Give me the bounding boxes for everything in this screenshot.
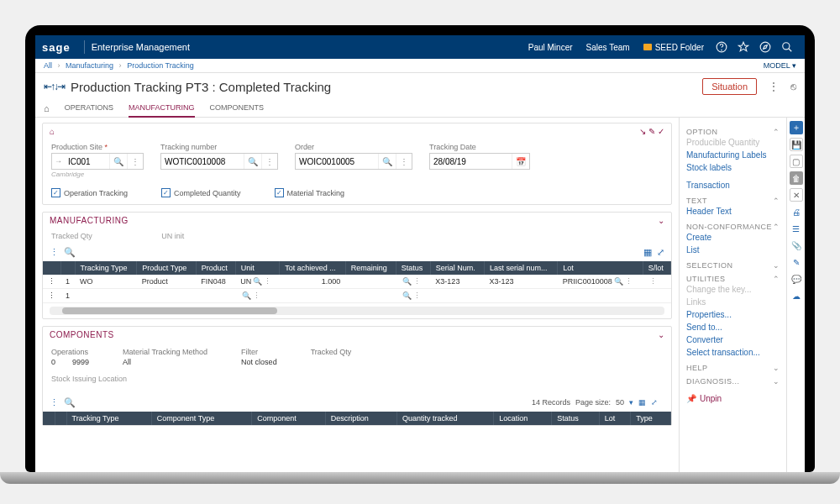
item-stock-labels[interactable]: Stock labels bbox=[686, 161, 780, 174]
table-row[interactable]: ⋮ 1 WO Product FIN048 UN🔍⋮ 1.000 🔍⋮ X3-1… bbox=[43, 275, 671, 289]
item-header-text[interactable]: Header Text bbox=[686, 205, 780, 218]
h-scrollbar[interactable] bbox=[50, 307, 664, 315]
crumb-all[interactable]: All bbox=[44, 61, 52, 70]
menu-icon[interactable]: ⋮ bbox=[127, 154, 143, 169]
col-status[interactable]: Status bbox=[396, 261, 430, 275]
more-icon[interactable]: ⋮ bbox=[769, 81, 779, 92]
grid-search-icon[interactable]: 🔍 bbox=[64, 247, 76, 258]
grid-card-icon[interactable]: ▦ bbox=[638, 398, 646, 407]
grid-more-icon[interactable]: ⋮ bbox=[50, 397, 59, 408]
col-slot[interactable]: S/lot bbox=[643, 261, 670, 275]
item-mfg-labels[interactable]: Manufacturing Labels bbox=[686, 149, 780, 161]
col-tot[interactable]: Tot achieved ... bbox=[280, 261, 346, 275]
item-send-to[interactable]: Send to... bbox=[686, 321, 780, 333]
tab-manufacturing[interactable]: MANUFACTURING bbox=[129, 100, 195, 117]
chevron-down-icon[interactable]: ⌄ bbox=[773, 261, 780, 270]
home-small-icon[interactable]: ⌂ bbox=[50, 127, 55, 136]
tracked-qty-label: Tracked Qty bbox=[311, 348, 352, 356]
order-input[interactable]: 🔍 ⋮ bbox=[295, 153, 412, 170]
search-icon[interactable] bbox=[780, 40, 794, 54]
col-lot[interactable]: Lot bbox=[558, 261, 643, 275]
nav-arrows-icon[interactable]: ⇤↑↓⇥ bbox=[44, 81, 64, 92]
chevron-up-icon[interactable]: ⌃ bbox=[773, 275, 780, 283]
cloud-icon[interactable]: ☁ bbox=[790, 289, 803, 302]
crumb-l2[interactable]: Production Tracking bbox=[127, 61, 194, 70]
col-product-type[interactable]: Product Type bbox=[137, 261, 196, 275]
col-remaining[interactable]: Remaining bbox=[345, 261, 396, 275]
grid-card-icon[interactable]: ▦ bbox=[643, 247, 652, 258]
compass-icon[interactable] bbox=[759, 40, 772, 54]
chk-op-tracking[interactable]: ✓Operation Tracking bbox=[51, 188, 128, 197]
chevron-up-icon[interactable]: ⌃ bbox=[773, 128, 780, 136]
new-icon[interactable]: ▢ bbox=[790, 155, 803, 168]
col-serial[interactable]: Serial Num. bbox=[430, 261, 484, 275]
chk-material-tracking[interactable]: ✓Material Tracking bbox=[275, 188, 345, 197]
list-icon[interactable]: ☰ bbox=[790, 222, 803, 235]
grid-more-icon[interactable]: ⋮ bbox=[50, 247, 59, 258]
collapse-icon[interactable]: ⌄ bbox=[658, 216, 664, 225]
collapse-icon[interactable]: ⌄ bbox=[658, 330, 664, 339]
col-last-serial[interactable]: Last serial num... bbox=[485, 261, 558, 275]
menu-icon[interactable]: ⋮ bbox=[396, 154, 412, 169]
item-create[interactable]: Create bbox=[686, 231, 780, 244]
calendar-icon[interactable]: 📅 bbox=[512, 154, 529, 169]
exit-icon[interactable]: ⎋ bbox=[790, 81, 796, 92]
pager-dropdown-icon[interactable]: ▾ bbox=[629, 398, 633, 407]
filter-label: Filter bbox=[241, 348, 277, 356]
lookup-icon[interactable]: 🔍 bbox=[402, 277, 412, 286]
attach-icon[interactable]: 📎 bbox=[790, 239, 803, 252]
pager-size[interactable]: 50 bbox=[616, 398, 624, 407]
lookup-icon[interactable]: 🔍 bbox=[253, 277, 262, 286]
table-row[interactable]: ⋮ 1 🔍⋮ 🔍⋮ bbox=[43, 289, 671, 303]
item-properties[interactable]: Properties... bbox=[686, 308, 780, 321]
lookup-icon[interactable]: 🔍 bbox=[614, 277, 623, 286]
chk-completed-qty[interactable]: ✓Completed Quantity bbox=[161, 188, 241, 197]
edit-icon[interactable]: ✎ bbox=[790, 255, 803, 269]
lookup-icon[interactable]: 🔍 bbox=[402, 291, 412, 300]
col-tracking-type[interactable]: Tracking Type bbox=[75, 261, 137, 275]
item-transaction[interactable]: Transaction bbox=[686, 179, 780, 192]
cancel-icon[interactable]: ✕ bbox=[790, 188, 803, 202]
grid-expand-icon[interactable]: ⤢ bbox=[657, 247, 664, 258]
grid-expand-icon[interactable]: ⤢ bbox=[651, 398, 658, 407]
lookup-icon[interactable]: 🔍 bbox=[109, 154, 127, 169]
chevron-up-icon[interactable]: ⌃ bbox=[773, 223, 780, 231]
item-list[interactable]: List bbox=[686, 244, 780, 256]
item-links: Links bbox=[686, 296, 780, 308]
comment-icon[interactable]: 💬 bbox=[790, 272, 803, 286]
folder-link[interactable]: SEED Folder bbox=[643, 43, 704, 52]
lookup-icon[interactable]: 🔍 bbox=[244, 154, 261, 169]
chevron-down-icon[interactable]: ⌄ bbox=[773, 364, 780, 372]
date-input[interactable]: 📅 bbox=[429, 153, 530, 170]
save-icon[interactable]: 💾 bbox=[790, 138, 803, 151]
team-link[interactable]: Sales Team bbox=[586, 43, 630, 52]
col-unit[interactable]: Unit bbox=[235, 261, 279, 275]
crumb-l1[interactable]: Manufacturing bbox=[66, 61, 113, 70]
col-product[interactable]: Product bbox=[196, 261, 235, 275]
prod-site-input[interactable]: → 🔍 ⋮ bbox=[51, 153, 144, 170]
tab-home[interactable]: ⌂ bbox=[44, 100, 50, 117]
grid-search-icon[interactable]: 🔍 bbox=[64, 397, 76, 408]
chevron-up-icon[interactable]: ⌃ bbox=[773, 197, 780, 205]
situation-button[interactable]: Situation bbox=[702, 78, 757, 95]
track-no-input[interactable]: 🔍 ⋮ bbox=[160, 153, 278, 170]
model-link[interactable]: MODEL ▾ bbox=[764, 61, 796, 70]
item-converter[interactable]: Converter bbox=[686, 333, 780, 346]
lookup-icon[interactable]: 🔍 bbox=[378, 154, 396, 169]
mfg-panel-title: MANUFACTURING bbox=[50, 216, 658, 225]
unpin-button[interactable]: 📌Unpin bbox=[686, 394, 780, 403]
user-link[interactable]: Paul Mincer bbox=[528, 43, 573, 52]
panel-action-icons[interactable]: ↘ ✎ ✓ bbox=[639, 127, 664, 136]
stock-loc-label: Stock Issuing Location bbox=[43, 371, 671, 393]
tab-components[interactable]: COMPONENTS bbox=[210, 100, 265, 117]
tab-operations[interactable]: OPERATIONS bbox=[65, 100, 113, 117]
favorite-icon[interactable] bbox=[737, 40, 750, 54]
add-icon[interactable]: ＋ bbox=[790, 121, 803, 134]
chevron-down-icon[interactable]: ⌄ bbox=[773, 377, 780, 386]
menu-icon[interactable]: ⋮ bbox=[261, 154, 277, 169]
print-icon[interactable]: 🖨 bbox=[790, 205, 803, 218]
help-icon[interactable] bbox=[715, 40, 728, 54]
lookup-icon[interactable]: 🔍 bbox=[242, 291, 251, 300]
item-select-trans[interactable]: Select transaction... bbox=[686, 346, 780, 359]
delete-icon[interactable]: 🗑 bbox=[790, 171, 803, 185]
